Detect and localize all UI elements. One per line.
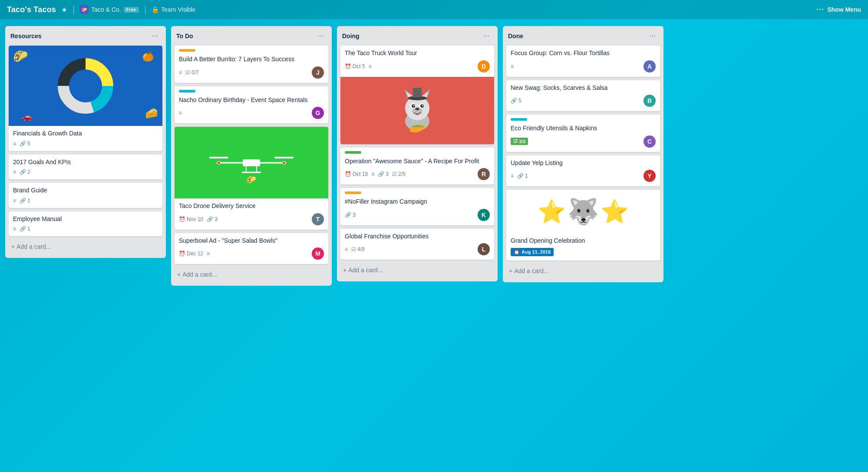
card-meta-yelp: ≡ 🔗 1: [511, 173, 644, 179]
card-meta-employee: ≡ 🔗 1: [13, 226, 158, 232]
attachments-financials: 🔗 5: [20, 141, 30, 147]
card-eco[interactable]: Eco Friendly Utensils & Napkins ☑ 3/3 C: [506, 115, 660, 152]
card-instagram[interactable]: #NoFiller Instagram Campaign 🔗 3 K: [340, 188, 494, 225]
donut-chart: 🌮 🍊 🧀 🚗: [9, 46, 162, 126]
svg-point-14: [283, 162, 285, 164]
card-goals[interactable]: 2017 Goals And KPIs ≡ 🔗 2: [9, 155, 162, 180]
clip-icon-employee: 🔗: [20, 226, 26, 232]
card-swag[interactable]: New Swag: Socks, Scarves & Salsa 🔗 5 B: [506, 80, 660, 112]
add-card-resources[interactable]: + Add a card...: [9, 240, 162, 254]
column-menu-done[interactable]: ···: [647, 30, 658, 41]
taco-deco-4: 🚗: [22, 111, 33, 122]
card-footer-franchise: ≡ ☑ 4/9 L: [345, 243, 490, 255]
plus-icon-resources: +: [11, 243, 15, 250]
card-content-yelp: Update Yelp Listing ≡ 🔗 1 Y: [506, 155, 660, 187]
card-meta-goals: ≡ 🔗 2: [13, 169, 158, 175]
attach-swag: 🔗 5: [511, 98, 521, 104]
checklist-awesome: ☑ 2/5: [392, 171, 406, 177]
card-financials[interactable]: 🌮 🍊 🧀 🚗 Financials & Growth Data: [9, 46, 162, 151]
column-title-doing: Doing: [342, 33, 360, 40]
card-meta-swag: 🔗 5: [511, 98, 644, 104]
add-card-done[interactable]: + Add a card...: [506, 264, 660, 278]
plus-icon-todo: +: [177, 271, 181, 278]
desc-icon-franchise: ≡: [345, 246, 348, 252]
show-menu-button[interactable]: ··· Show Menu: [816, 6, 861, 13]
clock-icon-drone: ⏰: [179, 216, 185, 222]
card-awesome[interactable]: Operation "Awesome Sauce" - A Recipe For…: [340, 148, 494, 185]
column-menu-doing[interactable]: ···: [481, 30, 492, 41]
card-title-awesome: Operation "Awesome Sauce" - A Recipe For…: [345, 157, 490, 166]
column-menu-todo[interactable]: ···: [315, 30, 327, 41]
add-card-doing[interactable]: + Add a card...: [340, 263, 494, 277]
card-content-swag: New Swag: Socks, Scarves & Salsa 🔗 5 B: [506, 80, 660, 112]
column-header-done: Done ···: [506, 30, 660, 41]
card-title-franchise: Global Franchise Opportunities: [345, 232, 490, 241]
clock-icon-awesome: ⏰: [345, 171, 351, 177]
date-badge-grand: ⏰ Aug 11, 2016: [511, 248, 554, 256]
plus-icon-doing: +: [343, 267, 347, 274]
avatar-franchise: L: [478, 243, 490, 255]
star-icon[interactable]: ★: [61, 6, 67, 14]
column-done: Done ··· Focus Group: Corn vs. Flour Tor…: [503, 26, 663, 282]
card-content-birthday: Nacho Ordinary Birthday - Event Space Re…: [175, 86, 328, 124]
celebration-image: ⭐ 🐺 ⭐: [506, 190, 660, 233]
workspace-selector[interactable]: 🌮 Taco & Co. Free: [80, 5, 139, 14]
card-birthday[interactable]: Nacho Ordinary Birthday - Event Space Re…: [175, 86, 328, 124]
card-footer-financials: ≡ 🔗 5: [13, 141, 158, 147]
drone-svg: 🌮: [208, 141, 295, 185]
card-title-focus: Focus Group: Corn vs. Flour Tortillas: [511, 49, 656, 58]
card-content-awesome: Operation "Awesome Sauce" - A Recipe For…: [340, 148, 494, 185]
card-content-brand: Brand Guide ≡ 🔗 1: [9, 183, 162, 208]
avatar-awesome: R: [478, 168, 490, 180]
wolf-celeb-icon: 🐺: [568, 197, 599, 226]
taco-deco-2: 🍊: [142, 51, 154, 62]
date-tacoworld: ⏰ Oct 5: [345, 63, 365, 69]
card-grand[interactable]: ⭐ 🐺 ⭐ Grand Opening Celebration ⏰ Aug 11…: [506, 190, 660, 261]
card-drone[interactable]: 🌮 Taco Drone Delivery Service ⏰ Nov 10 🔗…: [175, 127, 328, 230]
goals-attach-count: 2: [27, 169, 30, 175]
add-card-label-done: Add a card...: [514, 267, 548, 274]
card-brand[interactable]: Brand Guide ≡ 🔗 1: [9, 183, 162, 208]
card-meta-grand: ⏰ Aug 11, 2016: [511, 248, 656, 256]
card-footer-drone: ⏰ Nov 10 🔗 3 T: [179, 213, 324, 225]
drone-date: Nov 10: [187, 216, 203, 222]
team-visibility[interactable]: 🔒 Team Visible: [152, 6, 195, 13]
desc-icon-focus: ≡: [511, 63, 514, 69]
desc-icon-awesome: ≡: [371, 171, 374, 177]
label-eco: [511, 118, 527, 121]
card-franchise[interactable]: Global Franchise Opportunities ≡ ☑ 4/9 L: [340, 229, 494, 260]
card-meta-franchise: ≡ ☑ 4/9: [345, 246, 478, 252]
card-superbowl[interactable]: Superbowl Ad - "Super Salad Bowls" ⏰ Dec…: [175, 233, 328, 264]
avatar-burrito: J: [312, 66, 324, 79]
svg-point-30: [422, 105, 423, 106]
card-content-franchise: Global Franchise Opportunities ≡ ☑ 4/9 L: [340, 229, 494, 260]
card-title-eco: Eco Friendly Utensils & Napkins: [511, 124, 656, 133]
check-icon-burrito: ☑: [185, 69, 190, 76]
desc-icon-goals: ≡: [13, 169, 16, 175]
card-meta-tacoworld-top: ⏰ Oct 5 ≡: [345, 63, 478, 69]
card-employee[interactable]: Employee Manual ≡ 🔗 1: [9, 211, 162, 237]
card-focus[interactable]: Focus Group: Corn vs. Flour Tortillas ≡ …: [506, 46, 660, 77]
add-card-todo[interactable]: + Add a card...: [175, 267, 328, 281]
column-menu-resources[interactable]: ···: [149, 30, 161, 41]
team-icon: 🔒: [152, 6, 159, 13]
card-title-drone: Taco Drone Delivery Service: [179, 202, 324, 211]
clip-icon-goals: 🔗: [20, 169, 26, 175]
card-tacoworld[interactable]: The Taco Truck World Tour ⏰ Oct 5 ≡ D: [340, 46, 494, 144]
card-burrito[interactable]: Build A Better Burrito: 7 Layers To Succ…: [175, 46, 328, 83]
card-title-brand: Brand Guide: [13, 186, 158, 195]
card-title-financials: Financials & Growth Data: [13, 129, 158, 138]
attach-count: 5: [27, 141, 30, 147]
card-title-yelp: Update Yelp Listing: [511, 159, 656, 168]
clip-icon-awesome: 🔗: [378, 171, 384, 177]
card-content-financials: Financials & Growth Data ≡ 🔗 5: [9, 126, 162, 151]
date-drone: ⏰ Nov 10: [179, 216, 203, 222]
donut-svg: [55, 56, 116, 116]
card-yelp[interactable]: Update Yelp Listing ≡ 🔗 1 Y: [506, 155, 660, 187]
card-footer-brand: ≡ 🔗 1: [13, 198, 158, 204]
free-badge: Free: [124, 7, 139, 13]
yelp-attach-count: 1: [525, 173, 528, 179]
card-meta-financials: ≡ 🔗 5: [13, 141, 158, 147]
svg-point-5: [73, 74, 98, 98]
column-title-done: Done: [508, 33, 523, 40]
